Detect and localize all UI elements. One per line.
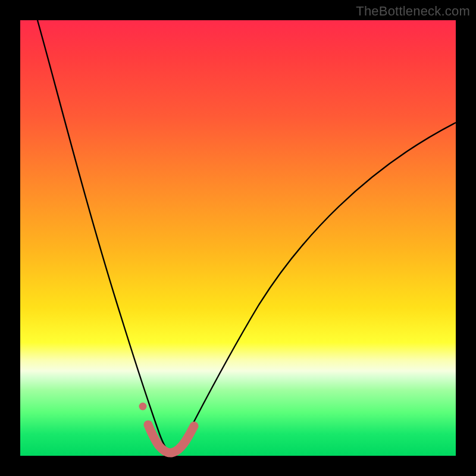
- chart-svg-layer: [20, 20, 456, 456]
- chart-plot-area: [20, 20, 456, 456]
- chart-frame: TheBottleneck.com: [0, 0, 476, 476]
- watermark-label: TheBottleneck.com: [356, 4, 470, 19]
- bottleneck-curve-path: [37, 20, 456, 452]
- bottleneck-marker-dot: [139, 403, 147, 411]
- bottleneck-minimum-highlight: [148, 425, 194, 453]
